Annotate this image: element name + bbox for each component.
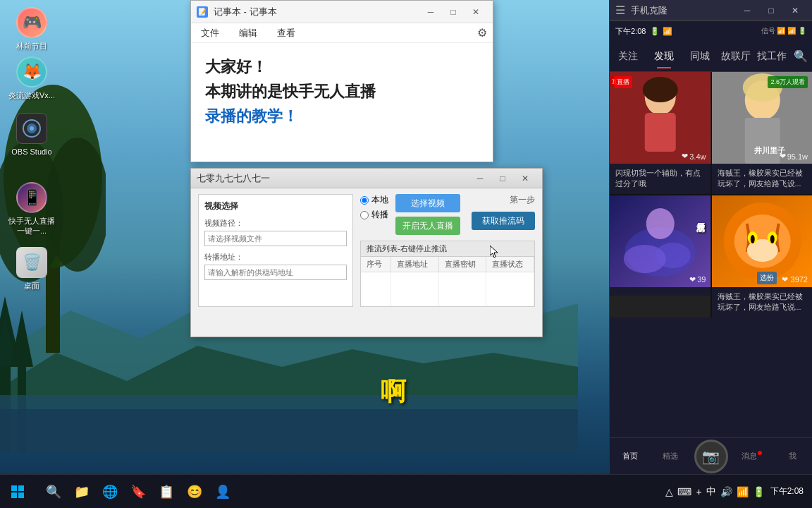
- tool-minimize[interactable]: ─: [469, 170, 491, 187]
- settings-icon[interactable]: ⚙: [477, 26, 487, 40]
- taskbar-browser[interactable]: 🌐: [97, 479, 123, 504]
- icon-avatar-1: 🎮: [16, 7, 47, 38]
- phone-time: 下午2:08: [615, 26, 646, 37]
- svg-point-41: [750, 235, 754, 243]
- input-method-icon[interactable]: 中: [706, 485, 716, 498]
- video-card-1[interactable]: 玩范同城 直播 直播 ❤ 3.4w 闪现切我一个辅助，有点过分了哦: [610, 72, 710, 194]
- video-thumb-2: 井川里子 2.6万人观看 ❤ 95.1w: [712, 72, 813, 164]
- video-card-2[interactable]: 井川里子 2.6万人观看 ❤ 95.1w 海贼王，橡胶果实已经被玩坏了，网友给路…: [712, 72, 813, 194]
- select-video-btn[interactable]: 选择视频: [395, 194, 460, 212]
- taskbar-file[interactable]: 📁: [69, 479, 94, 504]
- nav-home[interactable]: 首页: [610, 447, 651, 466]
- volume-icon[interactable]: 🔊: [720, 486, 732, 497]
- nav-local[interactable]: 同城: [682, 44, 718, 68]
- video-title-4: 海贼王，橡胶果实已经被玩坏了，网友给路飞说...: [718, 291, 807, 313]
- radio-remote[interactable]: 转播: [360, 209, 388, 221]
- phone-maximize[interactable]: □: [760, 2, 782, 19]
- message-dot: [758, 451, 762, 455]
- notepad-minimize[interactable]: ─: [419, 4, 442, 20]
- notepad-titlebar[interactable]: 📝 记事本 - 记事本 ─ □ ✕: [191, 1, 493, 23]
- start-button[interactable]: [0, 475, 35, 509]
- svg-rect-19: [645, 113, 676, 152]
- nav-follow[interactable]: 关注: [610, 44, 646, 68]
- radio-local-input[interactable]: [360, 196, 369, 205]
- video-badge-2: 2.6万人观看: [768, 76, 808, 88]
- video-info-3: [610, 287, 710, 296]
- search-icon[interactable]: 🔍: [789, 49, 812, 63]
- phone-minimize[interactable]: ─: [736, 2, 758, 19]
- video-like-2: ❤ 95.1w: [780, 152, 808, 161]
- svg-point-31: [656, 243, 691, 268]
- nav-messages[interactable]: 消息: [732, 447, 773, 466]
- phone-menu-icon[interactable]: ☰: [615, 4, 625, 17]
- stream-url-field: 转播地址：: [204, 252, 347, 280]
- svg-rect-44: [18, 485, 24, 491]
- notepad-menu-edit[interactable]: 编辑: [235, 25, 262, 41]
- nav-work[interactable]: 找工作: [753, 44, 789, 68]
- video-path-input[interactable]: [204, 231, 347, 246]
- nav-camera[interactable]: 📷: [691, 435, 732, 475]
- nav-profile[interactable]: 我: [772, 447, 812, 466]
- taskbar-icons: 🔍 📁 🌐 🔖 📋 😊 👤: [35, 479, 241, 504]
- taskbar-bookmark[interactable]: 🔖: [125, 479, 151, 504]
- nav-discover[interactable]: 发现: [646, 44, 682, 68]
- notepad-controls: ─ □ ✕: [419, 4, 487, 20]
- nav-challenge[interactable]: 故联厅: [718, 44, 753, 68]
- icon-avatar-4: 📱: [16, 182, 47, 213]
- stream-section: 推流列表-右键停止推流 序号 直播地址 直播密钥 直播状态: [360, 241, 535, 307]
- video-card-3[interactable]: 游戏厅展厅 ❤ 39: [610, 195, 710, 318]
- svg-point-20: [643, 77, 678, 102]
- video-thumb-3: 游戏厅展厅 ❤ 39: [610, 195, 710, 287]
- select-text[interactable]: 选扮: [757, 272, 777, 284]
- video-select-title: 视频选择: [204, 200, 347, 212]
- taskbar-user[interactable]: 👤: [210, 479, 235, 504]
- phone-close[interactable]: ✕: [784, 2, 806, 19]
- desktop-icon-1[interactable]: 🎮 林前节目: [7, 7, 56, 51]
- radio-local[interactable]: 本地: [360, 194, 388, 206]
- tool-left-panel: 视频选择 视频路径： 转播地址：: [198, 194, 353, 307]
- phone-titlebar[interactable]: ☰ 手机克隆 ─ □ ✕: [610, 0, 812, 21]
- svg-point-15: [30, 126, 34, 131]
- col-seq: 序号: [361, 257, 391, 272]
- get-stream-btn[interactable]: 获取推流码: [472, 212, 535, 230]
- tool-close[interactable]: ✕: [514, 170, 536, 187]
- keyboard-icon[interactable]: ⌨: [677, 486, 691, 497]
- video-path-label: 视频路径：: [204, 218, 347, 229]
- open-live-btn[interactable]: 开启无人直播: [395, 217, 460, 235]
- phone-bottom-nav: 首页 精选 📷 消息 我: [610, 437, 812, 474]
- radio-remote-input[interactable]: [360, 211, 369, 219]
- desktop-icon-recycle[interactable]: 🗑️ 桌面: [7, 247, 56, 291]
- notepad-maximize[interactable]: □: [442, 4, 465, 20]
- col-addr: 直播地址: [391, 257, 439, 272]
- notepad-line1: 大家好！: [205, 54, 479, 79]
- desktop-icon-obs[interactable]: OBS Studio: [7, 113, 56, 157]
- video-thumb-4: ❤ 3972 选扮: [712, 195, 813, 287]
- plus-icon[interactable]: +: [696, 486, 701, 497]
- chevron-icon[interactable]: △: [665, 486, 673, 497]
- taskbar-notes[interactable]: 📋: [154, 479, 179, 504]
- desktop-icon-2[interactable]: 🦊 炎流游戏Vx...: [7, 56, 56, 100]
- network-icon[interactable]: 📶: [737, 486, 749, 497]
- radio-group: 本地 转播: [360, 194, 388, 221]
- taskbar-search[interactable]: 🔍: [41, 479, 66, 504]
- video-grid: 玩范同城 直播 直播 ❤ 3.4w 闪现切我一个辅助，有点过分了哦: [610, 72, 812, 318]
- col-status: 直播状态: [486, 257, 534, 272]
- stream-url-input[interactable]: [204, 265, 347, 280]
- video-card-4[interactable]: ❤ 3972 选扮 海贼王，橡胶果实已经被玩坏了，网友给路飞说...: [712, 195, 813, 318]
- notepad-menu-file[interactable]: 文件: [197, 25, 223, 41]
- floating-text: 啊: [381, 375, 406, 409]
- notepad-menu-view[interactable]: 查看: [273, 25, 300, 41]
- taskbar-emoji[interactable]: 😊: [182, 479, 207, 504]
- tool-right-panel: 本地 转播 选择视频 开启无人直播: [360, 194, 535, 307]
- notepad-close[interactable]: ✕: [465, 4, 487, 20]
- video-like-4: ❤ 3972: [782, 275, 808, 284]
- col-key: 直播密钥: [438, 257, 486, 272]
- stream-url-label: 转播地址：: [204, 252, 347, 262]
- battery-icon-taskbar[interactable]: 🔋: [753, 486, 765, 497]
- tool-titlebar[interactable]: 七零九七七八七一 ─ □ ✕: [191, 169, 542, 188]
- sys-icons: △ ⌨ + 中 🔊 📶 🔋: [665, 485, 764, 498]
- nav-featured[interactable]: 精选: [651, 447, 691, 466]
- tool-maximize[interactable]: □: [491, 170, 514, 187]
- desktop-icon-live[interactable]: 📱 快手无人直播 一键一...: [7, 182, 56, 236]
- camera-icon: 📷: [694, 440, 728, 473]
